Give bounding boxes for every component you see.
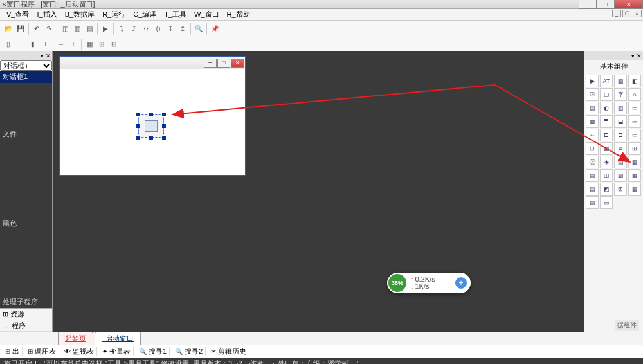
palette-item-6[interactable]: 字: [614, 88, 627, 101]
form-designer[interactable]: ─ □ ✕: [59, 56, 246, 176]
step2-icon[interactable]: ⤴: [128, 23, 140, 35]
resize-handle-s[interactable]: [149, 136, 153, 140]
palette-item-15[interactable]: ▭: [628, 115, 641, 128]
menu-help[interactable]: H_帮助: [223, 10, 254, 19]
step1-icon[interactable]: ⤵: [116, 23, 127, 35]
palette-item-27[interactable]: ▦: [628, 156, 641, 168]
dist-h-icon[interactable]: ↔: [55, 39, 67, 50]
palette-item-35[interactable]: ▦: [628, 183, 641, 196]
palette-item-11[interactable]: ▭: [628, 102, 641, 114]
palette-item-0[interactable]: ▶: [586, 75, 599, 87]
step5-icon[interactable]: ↧: [165, 23, 176, 35]
palette-item-16[interactable]: ↔: [586, 129, 599, 141]
tab-start[interactable]: 起始页: [58, 332, 93, 345]
palette-item-12[interactable]: ▦: [586, 115, 599, 128]
palette-item-18[interactable]: ⊐: [614, 129, 627, 141]
palette-item-30[interactable]: ▧: [614, 169, 627, 182]
menu-window[interactable]: W_窗口: [190, 10, 223, 19]
pin-icon[interactable]: 📌: [209, 23, 221, 35]
bt-output[interactable]: ⊞出: [3, 347, 23, 356]
palette-item-19[interactable]: ▭: [628, 129, 641, 141]
menu-tools[interactable]: T_工具: [160, 10, 190, 19]
resize-handle-e[interactable]: [162, 124, 166, 128]
step3-icon[interactable]: {}: [140, 23, 152, 35]
resize-handle-n[interactable]: [149, 113, 153, 116]
tree-node-dialog[interactable]: 对话框1: [0, 71, 52, 83]
step6-icon[interactable]: ↥: [177, 23, 188, 35]
bt-search1[interactable]: 🔍搜寻1: [136, 347, 170, 356]
palette-item-14[interactable]: ⬓: [614, 115, 627, 128]
palette-item-25[interactable]: ◈: [600, 156, 613, 168]
palette-item-3[interactable]: ◧: [628, 75, 641, 87]
nav-program[interactable]: ⋮ 程序: [0, 320, 52, 332]
menu-run[interactable]: R_运行: [98, 10, 129, 19]
find-icon[interactable]: 🔍: [193, 23, 204, 35]
palette-item-33[interactable]: ◩: [600, 183, 613, 196]
tab-startup-window[interactable]: _启动窗口: [95, 332, 141, 345]
palette-item-34[interactable]: ⊠: [614, 183, 627, 196]
resize-handle-nw[interactable]: [136, 113, 140, 116]
mdi-min-icon[interactable]: _: [612, 10, 621, 17]
mdi-restore-icon[interactable]: ❐: [622, 10, 631, 17]
menu-view[interactable]: V_查看: [3, 10, 33, 19]
palette-item-22[interactable]: ≡: [614, 142, 627, 155]
form-max-icon[interactable]: □: [217, 59, 230, 68]
palette-item-36[interactable]: ▤: [586, 196, 599, 209]
nav-resource[interactable]: ⊞ 资源: [0, 309, 52, 320]
layout2-icon[interactable]: ▥: [71, 23, 83, 35]
bt-search2[interactable]: 🔍搜寻2: [172, 347, 206, 356]
palette-item-9[interactable]: ◐: [600, 102, 613, 114]
palette-item-26[interactable]: ▤: [614, 156, 627, 168]
menu-compile[interactable]: C_编译: [129, 10, 160, 19]
network-speed-widget[interactable]: 38% 0.2K/s 1K/s +: [387, 273, 471, 293]
form-body[interactable]: [60, 69, 245, 175]
save-icon[interactable]: 💾: [15, 23, 26, 35]
palette-item-4[interactable]: ☑: [586, 88, 599, 101]
speed-add-button[interactable]: +: [455, 277, 467, 289]
palette-item-8[interactable]: ▤: [586, 102, 599, 114]
selected-component[interactable]: [138, 114, 164, 138]
align-center-icon[interactable]: ☰: [15, 39, 26, 50]
palette-item-21[interactable]: ▦: [600, 142, 613, 155]
align-right-icon[interactable]: ▮: [27, 39, 39, 50]
palette-item-32[interactable]: ▤: [586, 183, 599, 196]
palette-item-7[interactable]: A: [628, 88, 641, 101]
resize-handle-w[interactable]: [136, 124, 140, 128]
resize-handle-ne[interactable]: [162, 113, 166, 116]
palette-item-37[interactable]: ▭: [600, 196, 613, 209]
step4-icon[interactable]: (): [152, 23, 164, 35]
proc-label[interactable]: 处理子程序: [0, 296, 52, 308]
tree-node-file[interactable]: 文件: [0, 128, 52, 140]
palette-item-23[interactable]: ⊞: [628, 142, 641, 155]
palette-item-5[interactable]: ▢: [600, 88, 613, 101]
layout3-icon[interactable]: ▤: [84, 23, 95, 35]
palette-item-10[interactable]: ▥: [614, 102, 627, 114]
menu-insert[interactable]: I_插入: [33, 10, 60, 19]
dist-v-icon[interactable]: ↕: [68, 39, 79, 50]
align-left-icon[interactable]: ▯: [3, 39, 14, 50]
layout1-icon[interactable]: ◫: [59, 23, 71, 35]
palette-item-13[interactable]: ≣: [600, 115, 613, 128]
mdi-close-icon[interactable]: ×: [633, 10, 642, 17]
palette-item-2[interactable]: ▦: [614, 75, 627, 87]
form-type-select[interactable]: 对话框）: [0, 60, 52, 71]
tree-node-black[interactable]: 黑色: [0, 217, 52, 230]
design-canvas[interactable]: ─ □ ✕ 38% 0.2K/s: [53, 51, 584, 332]
form-min-icon[interactable]: ─: [204, 59, 217, 68]
bt-cliphist[interactable]: ✂剪辑历史: [208, 347, 249, 356]
palette-item-24[interactable]: ⌚: [586, 156, 599, 168]
minimize-button[interactable]: ─: [579, 0, 597, 9]
bt-watch[interactable]: 👁监视表: [62, 347, 97, 356]
close-button[interactable]: ✕: [615, 0, 643, 9]
menu-database[interactable]: B_数据库: [61, 10, 98, 19]
maximize-button[interactable]: □: [597, 0, 615, 9]
palette-item-29[interactable]: ◫: [600, 169, 613, 182]
resize-handle-se[interactable]: [162, 136, 166, 140]
palette-item-28[interactable]: ▤: [586, 169, 599, 182]
palette-item-1[interactable]: AT: [600, 75, 613, 87]
bt-vars[interactable]: ✦变量表: [100, 347, 134, 356]
run-icon[interactable]: ▶: [100, 23, 111, 35]
bt-calltable[interactable]: ⊞调用表: [25, 347, 59, 356]
open-icon[interactable]: 📂: [3, 23, 14, 35]
undo-icon[interactable]: ↶: [31, 23, 42, 35]
